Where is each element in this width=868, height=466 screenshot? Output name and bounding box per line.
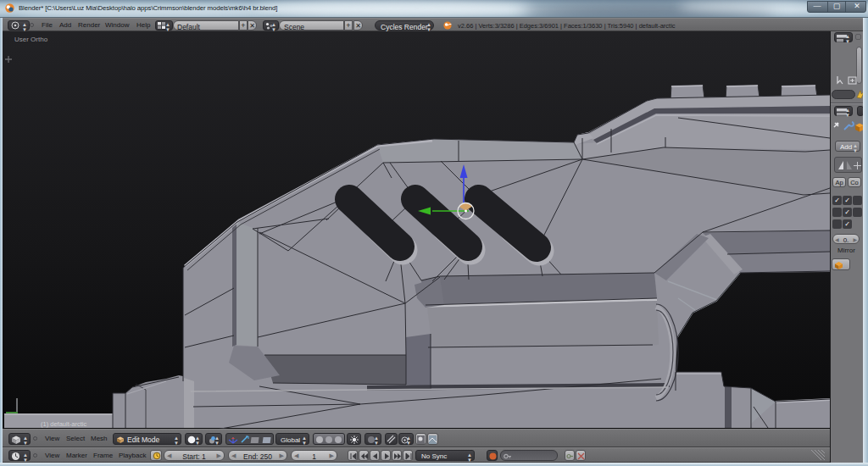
svg-text:(1) default-arctic: (1) default-arctic — [41, 420, 86, 428]
svg-text:User Ortho: User Ortho — [14, 36, 48, 43]
